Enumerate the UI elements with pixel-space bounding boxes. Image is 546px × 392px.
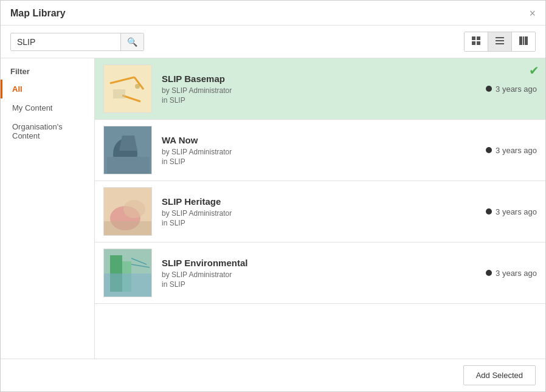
add-selected-button[interactable]: Add Selected: [463, 365, 536, 385]
result-thumb-slip-environmental: [103, 249, 152, 297]
result-thumb-slip-basemap: [103, 64, 152, 113]
result-meta: 3 years ago: [474, 84, 537, 94]
svg-rect-4: [496, 37, 504, 38]
svg-rect-27: [104, 273, 152, 297]
dialog-title: Map Library: [10, 8, 66, 19]
svg-rect-14: [113, 89, 125, 98]
view-grid-small-button[interactable]: [465, 32, 488, 51]
grid-small-icon: [472, 36, 480, 45]
sidebar: Filter All My Content Organisation's Con…: [1, 58, 95, 359]
result-title: SLIP Environmental: [162, 258, 474, 268]
result-info-slip-heritage: SLIP Heritage by SLIP Administrator in S…: [162, 196, 474, 227]
selected-checkmark: ✔: [529, 63, 539, 78]
svg-rect-1: [477, 36, 480, 40]
result-title: SLIP Basemap: [162, 74, 474, 84]
result-thumb-wa-now: [103, 126, 152, 174]
status-dot: [486, 270, 492, 276]
search-icon: 🔍: [127, 37, 137, 47]
result-item-wa-now[interactable]: WA Now by SLIP Administrator in SLIP 3 y…: [95, 120, 545, 181]
slip-heritage-thumbnail: [104, 188, 152, 236]
result-item-slip-heritage[interactable]: SLIP Heritage by SLIP Administrator in S…: [95, 181, 545, 242]
result-meta: 3 years ago: [474, 146, 537, 155]
result-time: 3 years ago: [496, 207, 537, 216]
result-meta: 3 years ago: [474, 269, 537, 278]
svg-marker-19: [119, 136, 137, 151]
result-info-slip-basemap: SLIP Basemap by SLIP Administrator in SL…: [162, 74, 474, 105]
search-bar: 🔍: [10, 33, 144, 51]
sidebar-filter-label: Filter: [1, 63, 94, 80]
map-library-dialog: Map Library × 🔍: [0, 0, 546, 392]
slip-environmental-thumbnail: [104, 249, 152, 297]
svg-rect-3: [477, 41, 480, 45]
svg-rect-10: [104, 65, 152, 113]
svg-rect-23: [104, 221, 152, 236]
status-dot: [486, 147, 492, 153]
slip-basemap-thumbnail: [104, 65, 152, 113]
status-dot: [486, 208, 492, 215]
svg-rect-8: [523, 36, 524, 45]
view-toggles: [464, 32, 536, 52]
svg-rect-0: [472, 36, 475, 40]
result-info-slip-environmental: SLIP Environmental by SLIP Administrator…: [162, 258, 474, 289]
result-item-slip-basemap[interactable]: SLIP Basemap by SLIP Administrator in SL…: [95, 58, 545, 120]
status-dot: [486, 86, 492, 92]
result-in: in SLIP: [162, 280, 474, 289]
result-in: in SLIP: [162, 96, 474, 105]
dialog-footer: Add Selected: [1, 359, 545, 391]
svg-point-22: [123, 200, 145, 218]
result-time: 3 years ago: [496, 84, 537, 94]
main-content: Filter All My Content Organisation's Con…: [1, 58, 545, 359]
svg-rect-2: [472, 41, 475, 45]
close-button[interactable]: ×: [529, 8, 536, 19]
search-button[interactable]: 🔍: [120, 33, 143, 50]
result-thumb-slip-heritage: [103, 187, 152, 236]
sidebar-item-org-content[interactable]: Organisation's Content: [1, 117, 94, 145]
wa-now-thumbnail: [104, 126, 152, 174]
svg-rect-6: [496, 43, 504, 44]
result-title: SLIP Heritage: [162, 196, 474, 207]
view-grid-large-button[interactable]: [512, 32, 535, 51]
result-time: 3 years ago: [496, 146, 537, 155]
result-item-slip-environmental[interactable]: SLIP Environmental by SLIP Administrator…: [95, 242, 545, 304]
svg-rect-9: [525, 36, 528, 45]
svg-rect-18: [107, 157, 150, 174]
result-by: by SLIP Administrator: [162, 209, 474, 218]
result-info-wa-now: WA Now by SLIP Administrator in SLIP: [162, 135, 474, 166]
grid-large-icon: [519, 36, 528, 45]
result-title: WA Now: [162, 135, 474, 145]
results-panel: SLIP Basemap by SLIP Administrator in SL…: [95, 58, 545, 359]
result-by: by SLIP Administrator: [162, 86, 474, 95]
result-in: in SLIP: [162, 219, 474, 227]
dialog-header: Map Library ×: [1, 1, 545, 26]
search-input[interactable]: [11, 33, 120, 50]
result-by: by SLIP Administrator: [162, 270, 474, 279]
result-in: in SLIP: [162, 157, 474, 166]
list-icon: [496, 36, 504, 45]
sidebar-item-all[interactable]: All: [1, 80, 94, 98]
result-meta: 3 years ago: [474, 207, 537, 216]
result-by: by SLIP Administrator: [162, 148, 474, 156]
svg-point-15: [135, 84, 140, 89]
sidebar-item-my-content[interactable]: My Content: [1, 98, 94, 117]
view-list-button[interactable]: [488, 32, 512, 51]
svg-rect-5: [496, 40, 504, 41]
svg-rect-7: [519, 36, 522, 45]
toolbar: 🔍: [1, 26, 545, 58]
result-time: 3 years ago: [496, 269, 537, 278]
